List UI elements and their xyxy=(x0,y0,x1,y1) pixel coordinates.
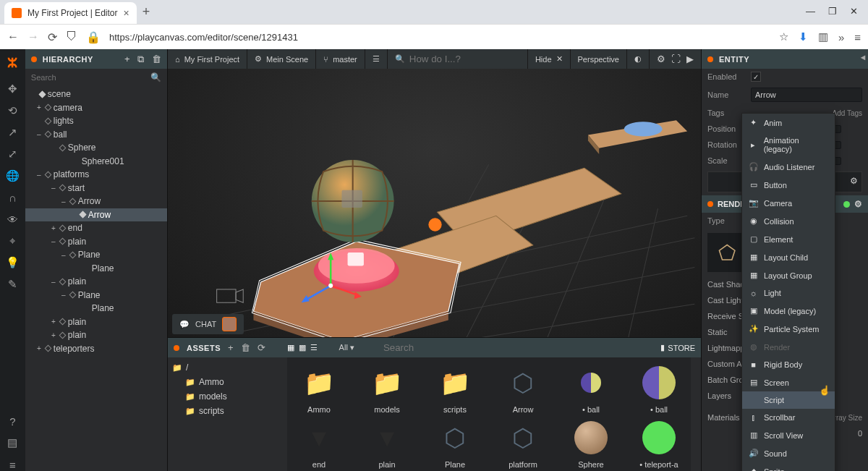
light-tool-icon[interactable]: 💡 xyxy=(6,256,19,269)
tree-item[interactable]: –ball xyxy=(25,128,167,142)
menu-item-layout-group[interactable]: ▦Layout Group xyxy=(742,266,835,284)
add-tags-button[interactable]: Add Tags xyxy=(832,109,862,117)
edit-tool-icon[interactable]: ✎ xyxy=(6,278,19,291)
window-minimize-icon[interactable]: — xyxy=(806,6,815,17)
tree-item[interactable]: +camera xyxy=(25,101,167,115)
asset-item[interactable]: ⬡Plane xyxy=(429,418,481,469)
name-input[interactable] xyxy=(751,88,862,102)
menu-item-sound[interactable]: 🔊Sound xyxy=(742,444,835,462)
asset-item[interactable]: • ball xyxy=(565,363,617,414)
stats-icon[interactable]: ▤ xyxy=(6,436,19,449)
breadcrumb-project[interactable]: ⌂My First Project xyxy=(168,49,247,69)
help-search-input[interactable] xyxy=(409,54,520,64)
breadcrumb-scene[interactable]: ⚙Mein Scene xyxy=(247,49,316,69)
tree-item[interactable]: +plain xyxy=(25,328,167,342)
tree-item[interactable]: Sphere001 xyxy=(25,155,167,169)
delete-asset-icon[interactable]: 🗑 xyxy=(241,342,250,353)
menu-item-anim[interactable]: ✦Anim xyxy=(742,114,835,132)
resize-tool-icon[interactable]: ⤢ xyxy=(6,148,19,161)
asset-item[interactable]: 📁models xyxy=(361,363,413,414)
asset-search-input[interactable] xyxy=(383,342,470,353)
search-icon[interactable]: 🔍 xyxy=(150,72,161,82)
asset-item[interactable]: ⬡platform xyxy=(497,418,549,469)
menu-item-element[interactable]: ▢Element xyxy=(742,230,835,248)
tree-item[interactable]: Sphere xyxy=(25,141,167,155)
asset-item[interactable]: 📁scripts xyxy=(429,363,481,414)
asset-filter[interactable]: All ▾ xyxy=(339,343,354,352)
menu-item-rigid-body[interactable]: ■Rigid Body xyxy=(742,356,835,373)
collapse-icon[interactable]: ◂ xyxy=(861,52,866,62)
chat-widget[interactable]: 💬 CHAT xyxy=(172,314,244,334)
camera-mode[interactable]: Perspective xyxy=(571,49,627,69)
menu-item-particle-system[interactable]: ✨Particle System xyxy=(742,320,835,338)
visibility-tool-icon[interactable]: 👁 xyxy=(6,213,19,226)
new-tab-button[interactable]: + xyxy=(137,0,156,24)
tree-item[interactable]: lights xyxy=(25,114,167,128)
settings-rail-icon[interactable]: ≡ xyxy=(6,458,19,471)
tree-item[interactable]: +teleporters xyxy=(25,342,167,356)
hierarchy-search-input[interactable] xyxy=(31,73,150,82)
menu-item-model-legacy-[interactable]: ▣Model (legacy) xyxy=(742,302,835,320)
add-entity-icon[interactable]: + xyxy=(124,54,130,65)
tree-item[interactable]: –start xyxy=(25,182,167,195)
tree-item[interactable]: –plain xyxy=(25,235,167,249)
download-icon[interactable]: ⬇ xyxy=(799,30,808,43)
tree-item[interactable]: Arrow xyxy=(25,208,167,222)
tree-item[interactable]: scene xyxy=(25,88,167,101)
asset-folder[interactable]: 📁models xyxy=(172,389,283,404)
render-mode-icon[interactable]: ◐ xyxy=(627,49,650,69)
grid-small-icon[interactable]: ▩ xyxy=(299,343,306,352)
tree-item[interactable]: –Plane xyxy=(25,248,167,262)
back-icon[interactable]: ← xyxy=(7,30,19,43)
world-tool-icon[interactable]: 🌐 xyxy=(6,169,19,182)
mesh-preview[interactable]: ⬠ xyxy=(707,233,746,272)
tree-item[interactable]: –Arrow xyxy=(25,195,167,208)
asset-action-icon[interactable]: ⟳ xyxy=(258,342,265,353)
menu-icon[interactable]: ≡ xyxy=(854,31,861,43)
asset-folder[interactable]: 📁scripts xyxy=(172,404,283,418)
reload-icon[interactable]: ⟳ xyxy=(48,30,57,44)
lock-icon[interactable]: 🔒 xyxy=(86,30,101,44)
overflow-icon[interactable]: » xyxy=(838,31,844,43)
reader-icon[interactable]: ▥ xyxy=(818,30,828,43)
menu-item-sprite[interactable]: ◆Sprite xyxy=(742,462,835,471)
menu-item-animation-legacy-[interactable]: ▸Animation (legacy) xyxy=(742,132,835,158)
focus-tool-icon[interactable]: ⌖ xyxy=(6,234,19,247)
asset-item[interactable]: ▼end xyxy=(293,418,345,469)
menu-item-scrollbar[interactable]: ⫿Scrollbar xyxy=(742,409,835,426)
viewport-3d[interactable]: 💬 CHAT xyxy=(168,69,701,337)
app-logo[interactable]: ⵣ xyxy=(7,55,17,71)
duplicate-icon[interactable]: ⧉ xyxy=(137,54,145,65)
menu-item-camera[interactable]: 📷Camera xyxy=(742,194,835,212)
scale-tool-icon[interactable]: ↗ xyxy=(6,126,19,139)
menu-item-collision[interactable]: ◉Collision xyxy=(742,212,835,230)
asset-item[interactable]: ⬡Arrow xyxy=(497,363,549,414)
asset-item[interactable]: • ball xyxy=(633,363,685,414)
snap-tool-icon[interactable]: ∩ xyxy=(6,191,19,204)
window-maximize-icon[interactable]: ❐ xyxy=(828,6,837,17)
play-icon[interactable]: ▶ xyxy=(686,54,694,64)
menu-item-script[interactable]: Script xyxy=(742,391,835,409)
list-view-icon[interactable]: ☰ xyxy=(310,343,318,352)
bookmark-icon[interactable]: ☆ xyxy=(779,30,788,43)
shield-icon[interactable]: ⛉ xyxy=(66,30,77,43)
menu-item-light[interactable]: ☼Light xyxy=(742,284,835,302)
window-close-icon[interactable]: ✕ xyxy=(850,6,858,17)
tree-item[interactable]: –platforms xyxy=(25,168,167,182)
browser-tab[interactable]: My First Project | Editor × xyxy=(4,2,137,24)
help-icon[interactable]: ? xyxy=(6,415,19,428)
breadcrumb-branch[interactable]: ⑂master xyxy=(316,49,365,69)
store-button[interactable]: ▮STORE xyxy=(660,343,695,352)
asset-folder[interactable]: 📁Ammo xyxy=(172,375,283,389)
asset-scrollbar[interactable] xyxy=(691,357,701,471)
asset-item[interactable]: ▼plain xyxy=(361,418,413,469)
rotate-tool-icon[interactable]: ⟲ xyxy=(6,104,19,117)
asset-item[interactable]: 📁Ammo xyxy=(293,363,345,414)
fullscreen-icon[interactable]: ⛶ xyxy=(671,54,681,64)
tree-item[interactable]: +plain xyxy=(25,315,167,329)
gear-icon[interactable]: ⚙ xyxy=(854,199,862,209)
tree-item[interactable]: +end xyxy=(25,221,167,235)
tree-item[interactable]: –Plane xyxy=(25,289,167,302)
settings-icon[interactable]: ⚙ xyxy=(657,54,665,64)
asset-item[interactable]: • teleport-a xyxy=(633,418,685,469)
